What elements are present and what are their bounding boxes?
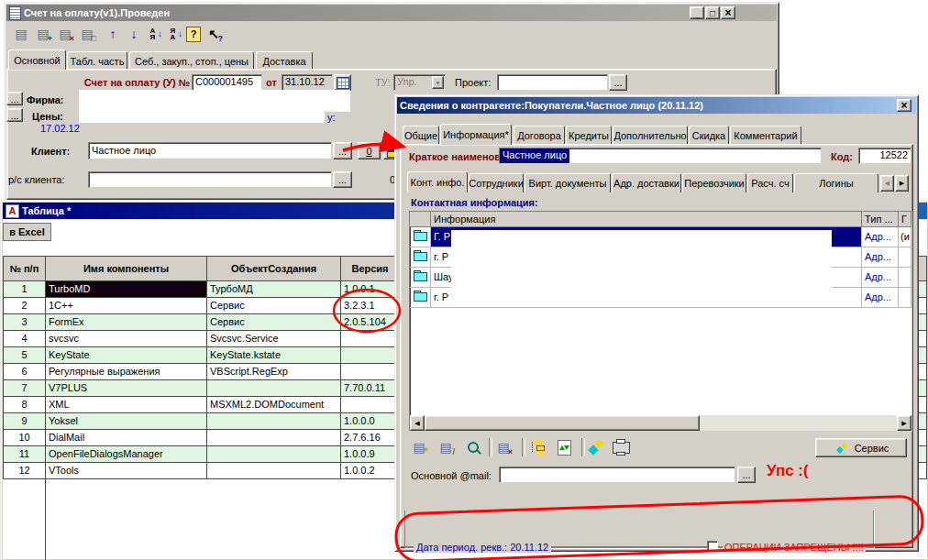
invoice-title: Счет на оплату(v1).Проведен: [24, 7, 170, 18]
short-name-input[interactable]: Частное лицо: [499, 148, 822, 164]
dialog-tab-dopolnitelno[interactable]: Дополнительно: [613, 126, 688, 145]
client-zero-button[interactable]: 0: [358, 142, 381, 159]
dialog-close-button[interactable]: ×: [897, 99, 911, 112]
account-input[interactable]: [88, 171, 332, 188]
tu-combo-arrow-icon[interactable]: ▼: [432, 76, 444, 89]
subtab-loginy[interactable]: Логины: [794, 173, 878, 192]
help-icon[interactable]: ?: [184, 25, 203, 43]
scroll-left-icon[interactable]: ◀: [410, 415, 425, 431]
email-picker-button[interactable]: ...: [737, 467, 756, 483]
col-header-num[interactable]: № п/п: [3, 256, 46, 281]
table-title: Таблица *: [22, 205, 71, 216]
new-row-icon[interactable]: ▤: [12, 25, 30, 43]
minimize-button[interactable]: _: [690, 6, 704, 19]
invoice-date-input[interactable]: 31.10.12: [282, 74, 333, 91]
redaction-box: [79, 112, 325, 123]
col-header-object[interactable]: ОбъектСоздания: [207, 256, 341, 281]
subtab-sotrudniki[interactable]: Сотрудники: [469, 173, 524, 192]
close-button[interactable]: ×: [721, 6, 735, 19]
invoice-number-input[interactable]: C000001495: [192, 74, 262, 91]
scroll-right-icon[interactable]: ▶: [897, 415, 911, 431]
calendar-button[interactable]: [334, 74, 351, 91]
tree-view-icon[interactable]: [527, 438, 546, 456]
dialog-tab-informatsiya[interactable]: Информация*: [440, 124, 512, 145]
period-date-label: Дата период. рекв.: 20.11.12: [414, 542, 551, 553]
redaction-box: [451, 230, 832, 303]
invoice-date-label: от: [266, 77, 277, 88]
sort-desc-icon[interactable]: ЯА↓: [165, 25, 183, 43]
excel-export-button[interactable]: в Excel: [3, 223, 51, 241]
refresh-icon[interactable]: [555, 438, 573, 456]
col-header-version[interactable]: Версия: [341, 256, 400, 281]
list-item-extra: (и: [899, 227, 911, 247]
selected-cell[interactable]: TurboMD: [46, 281, 207, 298]
delete-row-icon[interactable]: ▤×: [56, 25, 74, 43]
add-row-icon[interactable]: ▤+: [34, 25, 52, 43]
list-header-info[interactable]: Информация: [431, 212, 862, 227]
edit-item-icon[interactable]: ▤/: [436, 438, 455, 456]
prices-picker-button[interactable]: ...: [6, 108, 23, 122]
list-hscrollbar[interactable]: ◀ ▶: [410, 415, 911, 431]
subtab-virt-dokumenty[interactable]: Вирт. документы: [525, 173, 611, 192]
email-input[interactable]: [499, 467, 735, 483]
operations-forbidden-checkbox[interactable]: [707, 541, 718, 552]
project-input[interactable]: [497, 74, 608, 91]
tab-osnovnoy[interactable]: Основной: [8, 49, 66, 70]
delete-item-icon[interactable]: ▤×: [494, 438, 513, 456]
context-help-icon[interactable]: ↖?: [204, 25, 223, 43]
service-button[interactable]: Сервис: [815, 438, 907, 457]
dialog-tab-kommentariy[interactable]: Комментарий: [730, 126, 801, 145]
scroll-thumb[interactable]: [425, 415, 700, 431]
subtab-kont-info[interactable]: Конт. инфо.: [407, 171, 468, 192]
sparkle-icon[interactable]: [587, 438, 605, 456]
list-item-type: Адр...: [862, 227, 899, 247]
view-item-icon[interactable]: [464, 438, 482, 456]
maximize-button[interactable]: □: [705, 6, 720, 19]
tab-tabl-chast[interactable]: Табл. часть: [67, 51, 127, 70]
firm-picker-button[interactable]: ...: [6, 92, 23, 105]
folder-icon: [414, 230, 427, 240]
client-input[interactable]: Частное лицо: [88, 142, 332, 159]
folder-icon: [414, 291, 427, 301]
account-label: р/с клиента:: [8, 174, 65, 185]
move-down-icon[interactable]: ↓: [125, 25, 143, 43]
list-item-type: Адр...: [862, 288, 899, 308]
move-up-icon[interactable]: ↑: [104, 25, 122, 43]
list-item-type: Адр...: [862, 268, 899, 288]
print-icon[interactable]: [612, 438, 630, 456]
folder-icon: [414, 250, 427, 260]
client-picker-button[interactable]: ...: [333, 142, 352, 159]
subtab-scroll-left-icon[interactable]: ◀: [880, 175, 894, 192]
project-label: Проект:: [455, 77, 491, 88]
subtab-rasch-sch[interactable]: Расч. сч: [747, 173, 793, 192]
service-sparkle-icon: [835, 442, 847, 454]
dialog-titlebar[interactable]: Сведения о контрагенте:Покупатели.Частно…: [397, 97, 916, 114]
project-picker-button[interactable]: ...: [609, 74, 627, 91]
account-picker-button[interactable]: ...: [333, 171, 352, 188]
toolbar-separator: [522, 438, 525, 456]
redaction-box: [79, 90, 350, 112]
code-label: Код:: [831, 151, 853, 162]
list-item-type: Адр...: [862, 247, 899, 268]
dialog-tab-obshchie[interactable]: Общие: [403, 126, 439, 145]
operations-forbidden-label: ОПЕРАЦИИ ЗАПРЕЩЕНЫ !!!!: [723, 542, 866, 553]
contractor-dialog: Сведения о контрагенте:Покупатели.Частно…: [394, 94, 919, 552]
dialog-tab-kredity[interactable]: Кредиты: [566, 126, 612, 145]
col-header-name[interactable]: Имя компоненты: [46, 256, 207, 281]
invoice-titlebar[interactable]: Счет на оплату(v1).Проведен: [6, 5, 777, 21]
list-header-type[interactable]: Тип ...: [862, 212, 899, 227]
toolbar-separator: [581, 438, 585, 456]
sort-asc-icon[interactable]: АЯ↓: [145, 25, 163, 43]
dialog-tab-dogovora[interactable]: Договора: [514, 126, 565, 145]
subtab-perevozchiki[interactable]: Перевозчики: [682, 173, 746, 192]
contact-list: Информация Тип ... Г Г. Р Адр... (и г. Р…: [409, 211, 912, 432]
tab-seb-zakup[interactable]: Себ., закуп., стоп., цены: [129, 51, 254, 70]
subtab-scroll-right-icon[interactable]: ▶: [895, 175, 909, 192]
subtab-adr-dostavki[interactable]: Адр. доставки: [612, 173, 681, 192]
copy-row-icon[interactable]: ▤□: [78, 25, 96, 43]
code-input[interactable]: 12522: [858, 148, 911, 164]
list-header-g[interactable]: Г: [899, 212, 911, 227]
new-item-icon[interactable]: ▤*: [410, 438, 428, 456]
dialog-tab-skidka[interactable]: Скидка: [689, 126, 729, 145]
tab-dostavka[interactable]: Доставка: [256, 51, 313, 70]
